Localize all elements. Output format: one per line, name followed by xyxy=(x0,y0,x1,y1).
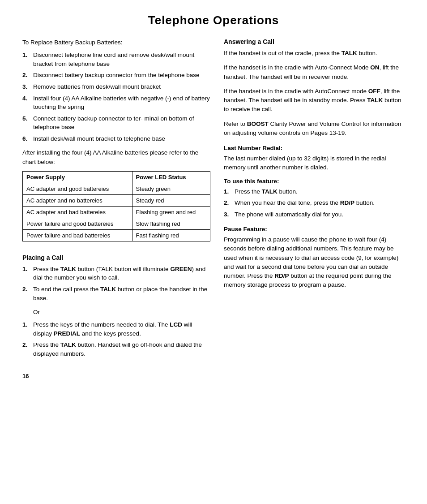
list-item-text: Press the keys of the numbers needed to … xyxy=(33,320,210,338)
list-item: 2.When you hear the dial tone, press the… xyxy=(224,198,405,207)
list-item-text: When you hear the dial tone, press the R… xyxy=(235,198,375,207)
right-column: Answering a Call If the handset is out o… xyxy=(224,38,405,364)
power-supply-cell: Power failure and bad battereies xyxy=(23,229,132,241)
step-text: Connect battery backup connector to ter-… xyxy=(33,114,210,132)
power-table: Power Supply Power LED Status AC adapter… xyxy=(22,171,210,241)
led-status-cell: Steady red xyxy=(132,194,210,206)
power-supply-cell: AC adapter and no battereies xyxy=(23,194,132,206)
answering-p1: If the handset is out of the cradle, pre… xyxy=(224,49,405,58)
list-item-number: 1. xyxy=(22,320,30,338)
list-item-text: Press the TALK button. Handset will go o… xyxy=(33,340,210,358)
pause-p1: Programming in a pause will cause the ph… xyxy=(224,235,405,290)
step-number: 5. xyxy=(22,114,30,132)
placing-heading: Placing a Call xyxy=(22,254,210,261)
led-status-cell: Fast flashing red xyxy=(132,229,210,241)
battery-step-item: 3.Remove batteries from desk/wall mount … xyxy=(22,82,210,91)
list-item: 1.Press the keys of the numbers needed t… xyxy=(22,320,210,338)
last-number-p1: The last number dialed (up to 32 digits)… xyxy=(224,154,405,172)
list-item-number: 2. xyxy=(22,285,30,302)
step-number: 3. xyxy=(22,82,30,91)
list-item: 3.The phone will automatically dial for … xyxy=(224,210,405,219)
page-number: 16 xyxy=(22,373,405,379)
answering-p2: If the handset is in the cradle with Aut… xyxy=(224,63,405,82)
power-supply-cell: Power failure and good battereies xyxy=(23,218,132,229)
step-text: Disconnect battery backup connector from… xyxy=(33,71,199,80)
list-item-number: 2. xyxy=(22,340,30,358)
battery-step-item: 6.Install desk/wall mount bracket to tel… xyxy=(22,134,210,143)
step-text: Remove batteries from desk/wall mount br… xyxy=(33,82,161,91)
list-item-text: To end the call press the TALK button or… xyxy=(33,285,210,302)
answering-p4: Refer to BOOST Clarity Power and Volume … xyxy=(224,120,405,138)
step-text: Install four (4) AA Alkaline batteries w… xyxy=(33,94,210,112)
table-row: AC adapter and no battereiesSteady red xyxy=(23,194,210,206)
power-supply-cell: AC adapter and bad battereies xyxy=(23,206,132,218)
list-item-number: 1. xyxy=(224,187,232,196)
led-status-cell: Flashing green and red xyxy=(132,206,210,218)
last-number-section: Last Number Redial: The last number dial… xyxy=(224,145,405,219)
step-text: Install desk/wall mount bracket to telep… xyxy=(33,134,165,143)
list-item: 1.Press the TALK button. xyxy=(224,187,405,196)
to-use-heading: To use this feature: xyxy=(224,178,405,185)
battery-step-item: 1.Disconnect telephone line cord and rem… xyxy=(22,51,210,68)
led-status-cell: Steady green xyxy=(132,183,210,194)
answering-heading: Answering a Call xyxy=(224,38,405,45)
list-item-number: 1. xyxy=(22,265,30,282)
table-header-supply: Power Supply xyxy=(23,171,132,183)
step-text: Disconnect telephone line cord and remov… xyxy=(33,51,210,68)
placing-steps-1: 1.Press the TALK button (TALK button wil… xyxy=(22,265,210,302)
list-item-number: 3. xyxy=(224,210,232,219)
answering-section: Answering a Call If the handset is out o… xyxy=(224,38,405,138)
to-use-steps: 1.Press the TALK button.2.When you hear … xyxy=(224,187,405,219)
battery-step-item: 5.Connect battery backup connector to te… xyxy=(22,114,210,132)
table-row: Power failure and good battereiesSlow fl… xyxy=(23,218,210,229)
battery-intro: To Replace Battery Backup Batteries: xyxy=(22,38,210,47)
list-item-text: Press the TALK button. xyxy=(235,187,298,196)
chart-intro: After installing the four (4) AA Alkalin… xyxy=(22,148,210,167)
or-text: Or xyxy=(33,308,210,317)
pause-section: Pause Feature: Programming in a pause wi… xyxy=(224,226,405,290)
led-status-cell: Slow flashing red xyxy=(132,218,210,229)
step-number: 1. xyxy=(22,51,30,68)
last-number-heading: Last Number Redial: xyxy=(224,145,405,151)
table-row: AC adapter and good battereiesSteady gre… xyxy=(23,183,210,194)
step-number: 2. xyxy=(22,71,30,80)
page-title: Telephone Operations xyxy=(22,13,405,27)
step-number: 4. xyxy=(22,94,30,112)
list-item: 2.Press the TALK button. Handset will go… xyxy=(22,340,210,358)
list-item: 2.To end the call press the TALK button … xyxy=(22,285,210,302)
table-header-status: Power LED Status xyxy=(132,171,210,183)
list-item-text: The phone will automatically dial for yo… xyxy=(235,210,343,219)
list-item-text: Press the TALK button (TALK button will … xyxy=(33,265,210,282)
table-row: AC adapter and bad battereiesFlashing gr… xyxy=(23,206,210,218)
left-column: To Replace Battery Backup Batteries: 1.D… xyxy=(22,38,210,364)
placing-steps-2: 1.Press the keys of the numbers needed t… xyxy=(22,320,210,358)
step-number: 6. xyxy=(22,134,30,143)
placing-section: Placing a Call 1.Press the TALK button (… xyxy=(22,254,210,358)
answering-p3: If the handset is in the cradle with Aut… xyxy=(224,87,405,114)
power-supply-cell: AC adapter and good battereies xyxy=(23,183,132,194)
list-item-number: 2. xyxy=(224,198,232,207)
table-body: AC adapter and good battereiesSteady gre… xyxy=(23,183,210,241)
battery-step-item: 2. Disconnect battery backup connector f… xyxy=(22,71,210,80)
pause-heading: Pause Feature: xyxy=(224,226,405,233)
battery-steps: 1.Disconnect telephone line cord and rem… xyxy=(22,51,210,143)
list-item: 1.Press the TALK button (TALK button wil… xyxy=(22,265,210,282)
battery-step-item: 4.Install four (4) AA Alkaline batteries… xyxy=(22,94,210,112)
table-row: Power failure and bad battereiesFast fla… xyxy=(23,229,210,241)
